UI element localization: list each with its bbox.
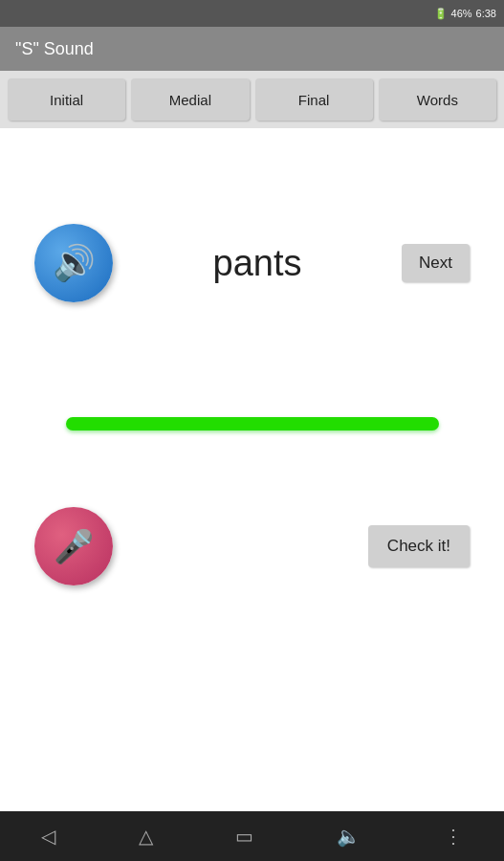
- tab-words[interactable]: Words: [379, 78, 496, 121]
- tab-final[interactable]: Final: [255, 78, 373, 121]
- nav-back-icon[interactable]: ◁: [26, 817, 71, 855]
- nav-volume-icon[interactable]: 🔈: [321, 817, 376, 855]
- word-area: 🔊 pants Next: [15, 224, 489, 302]
- nav-more-icon[interactable]: ⋮: [428, 817, 478, 855]
- battery-percent: 46%: [451, 8, 472, 19]
- time-display: 6:38: [476, 8, 496, 19]
- tab-bar: Initial Medial Final Words: [0, 71, 504, 128]
- battery-icon: 🔋: [434, 8, 448, 20]
- tab-initial[interactable]: Initial: [8, 78, 125, 121]
- speaker-icon: 🔊: [53, 243, 96, 283]
- main-content: 🔊 pants Next 🎤 Check it!: [0, 128, 504, 811]
- nav-home-icon[interactable]: △: [123, 817, 168, 855]
- navigation-bar: ◁ △ ▭ 🔈 ⋮: [0, 811, 504, 861]
- word-display: pants: [122, 243, 392, 284]
- bottom-action-area: 🎤 Check it!: [15, 507, 489, 585]
- title-bar: "S" Sound: [0, 27, 504, 71]
- page-title: "S" Sound: [15, 39, 94, 59]
- microphone-button[interactable]: 🎤: [34, 507, 113, 585]
- check-it-button[interactable]: Check it!: [368, 525, 470, 567]
- progress-bar-container: [66, 417, 439, 430]
- tab-medial[interactable]: Medial: [131, 78, 249, 121]
- next-button[interactable]: Next: [402, 244, 470, 282]
- progress-bar-fill: [66, 417, 439, 430]
- status-bar: 🔋 46% 6:38: [0, 0, 504, 27]
- status-icons: 🔋 46% 6:38: [434, 8, 496, 20]
- speaker-button[interactable]: 🔊: [34, 224, 113, 302]
- nav-recent-icon[interactable]: ▭: [220, 817, 269, 855]
- microphone-icon: 🎤: [54, 527, 94, 565]
- progress-area: [15, 417, 489, 430]
